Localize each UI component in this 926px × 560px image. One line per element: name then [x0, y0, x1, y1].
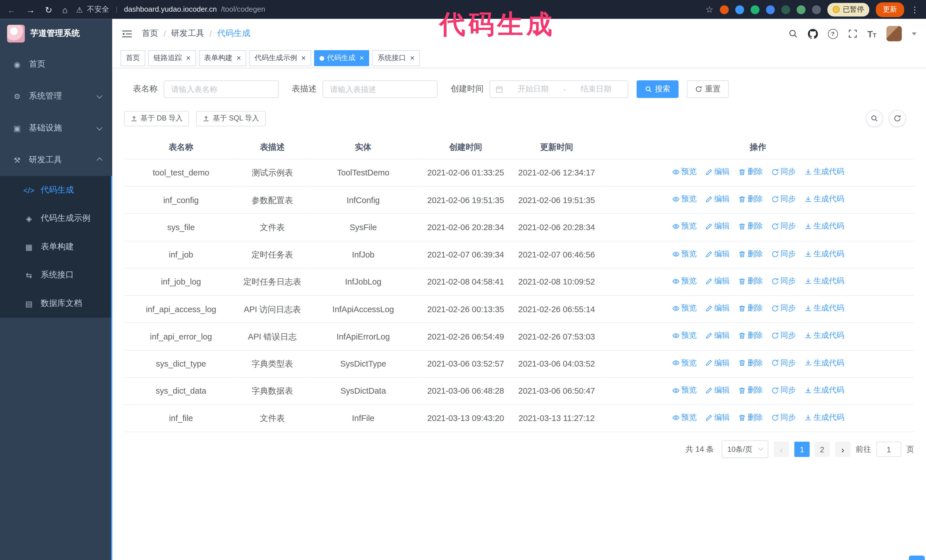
- action-generate-link[interactable]: 生成代码: [804, 358, 844, 368]
- sidebar-item-system[interactable]: ⚙系统管理: [0, 80, 112, 112]
- tab-item[interactable]: 代码生成×: [314, 50, 369, 66]
- reset-button[interactable]: 重置: [687, 80, 729, 98]
- home-icon[interactable]: ⌂: [62, 5, 68, 14]
- action-edit-link[interactable]: 编辑: [705, 330, 730, 341]
- action-delete-link[interactable]: 删除: [738, 330, 763, 341]
- page-button[interactable]: 1: [794, 442, 810, 457]
- sidebar-item-db-doc[interactable]: ▤数据库文档: [0, 290, 112, 318]
- address-bar[interactable]: ⚠ 不安全 | dashboard.yudao.iocoder.cn/tool/…: [76, 5, 265, 15]
- action-edit-link[interactable]: 编辑: [705, 194, 730, 205]
- action-delete-link[interactable]: 删除: [738, 221, 763, 232]
- action-preview-link[interactable]: 预览: [672, 330, 697, 341]
- action-preview-link[interactable]: 预览: [672, 276, 697, 287]
- chevron-down-icon[interactable]: [912, 32, 917, 35]
- close-tab-icon[interactable]: ×: [410, 54, 415, 62]
- search-button[interactable]: 搜索: [637, 80, 678, 98]
- backtop-button[interactable]: [909, 555, 925, 560]
- action-sync-link[interactable]: 同步: [771, 358, 796, 368]
- action-sync-link[interactable]: 同步: [771, 167, 796, 178]
- sidebar-item-home[interactable]: ◉首页: [0, 48, 112, 80]
- search-icon[interactable]: [788, 29, 797, 38]
- action-generate-link[interactable]: 生成代码: [804, 248, 844, 260]
- fullscreen-icon[interactable]: [848, 29, 857, 38]
- action-sync-link[interactable]: 同步: [771, 194, 796, 205]
- app-logo[interactable]: 芋道管理系统: [0, 19, 112, 48]
- action-sync-link[interactable]: 同步: [771, 385, 796, 396]
- extension-icon[interactable]: [812, 5, 821, 14]
- github-icon[interactable]: [808, 29, 818, 39]
- action-preview-link[interactable]: 预览: [672, 221, 697, 232]
- sidebar-item-codegen-demo[interactable]: ◈代码生成示例: [0, 204, 112, 232]
- import-sql-button[interactable]: 基于 SQL 导入: [196, 111, 266, 126]
- help-icon[interactable]: ?: [828, 29, 838, 39]
- action-preview-link[interactable]: 预览: [672, 303, 697, 314]
- paused-badge[interactable]: 已暂停: [828, 3, 869, 16]
- action-preview-link[interactable]: 预览: [672, 167, 697, 178]
- action-sync-link[interactable]: 同步: [771, 330, 796, 341]
- action-edit-link[interactable]: 编辑: [705, 412, 730, 423]
- update-button[interactable]: 更新: [876, 2, 904, 17]
- action-generate-link[interactable]: 生成代码: [804, 330, 844, 341]
- table-name-input[interactable]: [163, 80, 278, 98]
- prev-page-button[interactable]: ‹: [773, 442, 789, 457]
- tab-item[interactable]: 首页: [121, 50, 145, 66]
- close-tab-icon[interactable]: ×: [301, 54, 306, 62]
- action-delete-link[interactable]: 删除: [738, 194, 763, 205]
- font-size-icon[interactable]: TT: [867, 29, 876, 38]
- close-tab-icon[interactable]: ×: [186, 54, 191, 62]
- action-generate-link[interactable]: 生成代码: [804, 276, 844, 287]
- action-delete-link[interactable]: 删除: [738, 167, 763, 178]
- tab-item[interactable]: 系统接口×: [372, 50, 420, 66]
- action-generate-link[interactable]: 生成代码: [804, 221, 844, 232]
- action-edit-link[interactable]: 编辑: [705, 276, 730, 287]
- sidebar-item-form-build[interactable]: ▦表单构建: [0, 233, 112, 261]
- forward-icon[interactable]: →: [26, 5, 35, 14]
- action-edit-link[interactable]: 编辑: [705, 385, 730, 396]
- date-range-picker[interactable]: 开始日期 - 结束日期: [490, 80, 628, 98]
- action-generate-link[interactable]: 生成代码: [804, 412, 844, 423]
- action-sync-link[interactable]: 同步: [771, 248, 796, 260]
- extension-icon[interactable]: [781, 5, 790, 14]
- extension-icon[interactable]: [797, 5, 805, 14]
- action-sync-link[interactable]: 同步: [771, 303, 796, 314]
- table-desc-input[interactable]: [322, 80, 438, 98]
- goto-page-input[interactable]: [876, 442, 901, 457]
- action-preview-link[interactable]: 预览: [672, 358, 697, 368]
- sidebar-item-system-api[interactable]: ⇆系统接口: [0, 261, 112, 289]
- action-preview-link[interactable]: 预览: [672, 412, 697, 423]
- action-preview-link[interactable]: 预览: [672, 194, 697, 205]
- breadcrumb-item[interactable]: 研发工具: [171, 28, 204, 39]
- action-delete-link[interactable]: 删除: [738, 412, 763, 423]
- action-generate-link[interactable]: 生成代码: [804, 303, 844, 314]
- extension-icon[interactable]: [735, 5, 744, 14]
- extension-icon[interactable]: [720, 5, 729, 14]
- toggle-search-button[interactable]: [866, 110, 883, 127]
- refresh-icon[interactable]: ↻: [45, 5, 53, 14]
- tab-item[interactable]: 链路追踪×: [148, 50, 196, 66]
- back-icon[interactable]: ←: [7, 5, 16, 14]
- action-generate-link[interactable]: 生成代码: [804, 385, 844, 396]
- next-page-button[interactable]: ›: [835, 442, 850, 457]
- sidebar-item-codegen[interactable]: </>代码生成: [0, 176, 112, 204]
- bookmark-star-icon[interactable]: ☆: [705, 4, 713, 15]
- browser-menu-icon[interactable]: ⋮: [911, 5, 919, 14]
- sidebar-item-devtools[interactable]: ⚒研发工具: [0, 144, 112, 176]
- action-edit-link[interactable]: 编辑: [705, 303, 730, 314]
- action-edit-link[interactable]: 编辑: [705, 248, 730, 260]
- action-preview-link[interactable]: 预览: [672, 248, 697, 260]
- page-button[interactable]: 2: [814, 442, 830, 457]
- user-avatar[interactable]: [887, 26, 902, 41]
- sidebar-item-infra[interactable]: ▣基础设施: [0, 112, 112, 144]
- action-sync-link[interactable]: 同步: [771, 412, 796, 423]
- breadcrumb-item[interactable]: 首页: [142, 28, 158, 39]
- tab-item[interactable]: 表单构建×: [199, 50, 247, 66]
- extension-icon[interactable]: [750, 5, 759, 14]
- action-generate-link[interactable]: 生成代码: [804, 194, 844, 205]
- action-sync-link[interactable]: 同步: [771, 221, 796, 232]
- action-edit-link[interactable]: 编辑: [705, 221, 730, 232]
- action-delete-link[interactable]: 删除: [738, 358, 763, 368]
- hamburger-icon[interactable]: [122, 29, 132, 38]
- tab-item[interactable]: 代码生成示例×: [249, 50, 311, 66]
- page-size-select[interactable]: 10条/页: [722, 441, 769, 458]
- action-edit-link[interactable]: 编辑: [705, 167, 730, 178]
